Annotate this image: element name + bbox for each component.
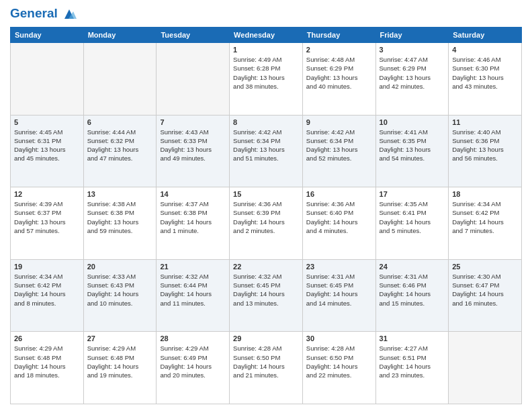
calendar-cell: 17Sunrise: 4:35 AM Sunset: 6:41 PM Dayli… (375, 187, 449, 260)
calendar-cell: 22Sunrise: 4:32 AM Sunset: 6:45 PM Dayli… (230, 259, 303, 332)
calendar-cell: 10Sunrise: 4:41 AM Sunset: 6:35 PM Dayli… (375, 115, 449, 187)
day-number: 9 (306, 118, 372, 126)
day-number: 11 (452, 118, 518, 126)
day-number: 13 (87, 190, 153, 198)
weekday-header-sunday: Sunday (11, 28, 84, 43)
day-info: Sunrise: 4:33 AM Sunset: 6:43 PM Dayligh… (87, 272, 153, 308)
calendar-cell (157, 43, 230, 116)
day-number: 29 (233, 334, 299, 342)
day-number: 30 (306, 334, 372, 342)
calendar-cell: 2Sunrise: 4:48 AM Sunset: 6:29 PM Daylig… (302, 43, 375, 116)
calendar-cell: 9Sunrise: 4:42 AM Sunset: 6:34 PM Daylig… (302, 115, 375, 187)
day-number: 4 (452, 46, 518, 54)
day-number: 20 (87, 263, 153, 271)
day-info: Sunrise: 4:38 AM Sunset: 6:38 PM Dayligh… (87, 199, 153, 235)
logo-text: General (10, 7, 77, 21)
day-number: 7 (160, 118, 226, 126)
day-number: 5 (14, 118, 80, 126)
calendar-cell: 20Sunrise: 4:33 AM Sunset: 6:43 PM Dayli… (83, 259, 157, 332)
weekday-header-friday: Friday (375, 28, 449, 43)
day-number: 31 (380, 334, 445, 342)
day-number: 14 (160, 190, 226, 198)
calendar-cell: 5Sunrise: 4:45 AM Sunset: 6:31 PM Daylig… (11, 115, 84, 187)
calendar-cell: 14Sunrise: 4:37 AM Sunset: 6:38 PM Dayli… (157, 187, 230, 260)
day-number: 2 (306, 46, 372, 54)
day-info: Sunrise: 4:48 AM Sunset: 6:29 PM Dayligh… (306, 55, 372, 91)
day-info: Sunrise: 4:35 AM Sunset: 6:41 PM Dayligh… (380, 199, 445, 235)
weekday-header-wednesday: Wednesday (230, 28, 303, 43)
header: General (10, 7, 522, 21)
week-row-3: 12Sunrise: 4:39 AM Sunset: 6:37 PM Dayli… (11, 187, 522, 260)
day-info: Sunrise: 4:30 AM Sunset: 6:47 PM Dayligh… (452, 272, 518, 308)
calendar-cell: 12Sunrise: 4:39 AM Sunset: 6:37 PM Dayli… (11, 187, 84, 260)
calendar-cell (11, 43, 84, 116)
day-info: Sunrise: 4:29 AM Sunset: 6:49 PM Dayligh… (160, 344, 226, 379)
calendar-cell: 1Sunrise: 4:49 AM Sunset: 6:28 PM Daylig… (230, 43, 303, 116)
day-info: Sunrise: 4:45 AM Sunset: 6:31 PM Dayligh… (14, 128, 80, 163)
calendar-cell: 29Sunrise: 4:28 AM Sunset: 6:50 PM Dayli… (230, 332, 303, 404)
week-row-4: 19Sunrise: 4:34 AM Sunset: 6:42 PM Dayli… (11, 259, 522, 332)
day-info: Sunrise: 4:31 AM Sunset: 6:45 PM Dayligh… (306, 272, 372, 308)
day-number: 17 (380, 190, 445, 198)
day-number: 27 (87, 334, 153, 342)
calendar-cell: 28Sunrise: 4:29 AM Sunset: 6:49 PM Dayli… (157, 332, 230, 404)
weekday-header-monday: Monday (83, 28, 157, 43)
day-info: Sunrise: 4:27 AM Sunset: 6:51 PM Dayligh… (380, 344, 445, 379)
day-number: 25 (452, 263, 518, 271)
day-number: 8 (233, 118, 299, 126)
calendar-cell: 11Sunrise: 4:40 AM Sunset: 6:36 PM Dayli… (449, 115, 522, 187)
logo-icon (62, 7, 77, 21)
day-number: 10 (380, 118, 445, 126)
weekday-header-tuesday: Tuesday (157, 28, 230, 43)
day-number: 3 (380, 46, 445, 54)
calendar-cell (449, 332, 522, 404)
day-number: 15 (233, 190, 299, 198)
day-info: Sunrise: 4:49 AM Sunset: 6:28 PM Dayligh… (233, 55, 299, 91)
weekday-header-thursday: Thursday (302, 28, 375, 43)
calendar-page: General SundayMondayTuesdayWednesdayThur… (0, 0, 532, 411)
day-info: Sunrise: 4:28 AM Sunset: 6:50 PM Dayligh… (233, 344, 299, 379)
calendar-cell: 6Sunrise: 4:44 AM Sunset: 6:32 PM Daylig… (83, 115, 157, 187)
day-info: Sunrise: 4:39 AM Sunset: 6:37 PM Dayligh… (14, 199, 80, 235)
day-info: Sunrise: 4:43 AM Sunset: 6:33 PM Dayligh… (160, 128, 226, 163)
day-info: Sunrise: 4:47 AM Sunset: 6:29 PM Dayligh… (380, 55, 445, 91)
day-number: 28 (160, 334, 226, 342)
day-info: Sunrise: 4:42 AM Sunset: 6:34 PM Dayligh… (233, 128, 299, 163)
day-number: 6 (87, 118, 153, 126)
calendar-cell: 25Sunrise: 4:30 AM Sunset: 6:47 PM Dayli… (449, 259, 522, 332)
calendar-cell: 15Sunrise: 4:36 AM Sunset: 6:39 PM Dayli… (230, 187, 303, 260)
day-number: 24 (380, 263, 445, 271)
day-number: 18 (452, 190, 518, 198)
day-number: 16 (306, 190, 372, 198)
day-info: Sunrise: 4:41 AM Sunset: 6:35 PM Dayligh… (380, 128, 445, 163)
day-info: Sunrise: 4:31 AM Sunset: 6:46 PM Dayligh… (380, 272, 445, 308)
day-info: Sunrise: 4:32 AM Sunset: 6:44 PM Dayligh… (160, 272, 226, 308)
logo: General (10, 7, 77, 21)
day-number: 19 (14, 263, 80, 271)
calendar-cell: 21Sunrise: 4:32 AM Sunset: 6:44 PM Dayli… (157, 259, 230, 332)
calendar-cell: 13Sunrise: 4:38 AM Sunset: 6:38 PM Dayli… (83, 187, 157, 260)
weekday-header-saturday: Saturday (449, 28, 522, 43)
day-info: Sunrise: 4:28 AM Sunset: 6:50 PM Dayligh… (306, 344, 372, 379)
calendar-cell: 23Sunrise: 4:31 AM Sunset: 6:45 PM Dayli… (302, 259, 375, 332)
calendar-cell: 31Sunrise: 4:27 AM Sunset: 6:51 PM Dayli… (375, 332, 449, 404)
calendar-cell: 8Sunrise: 4:42 AM Sunset: 6:34 PM Daylig… (230, 115, 303, 187)
weekday-header-row: SundayMondayTuesdayWednesdayThursdayFrid… (11, 28, 522, 43)
day-info: Sunrise: 4:37 AM Sunset: 6:38 PM Dayligh… (160, 199, 226, 235)
day-info: Sunrise: 4:36 AM Sunset: 6:40 PM Dayligh… (306, 199, 372, 235)
day-number: 22 (233, 263, 299, 271)
day-number: 26 (14, 334, 80, 342)
calendar-cell: 18Sunrise: 4:34 AM Sunset: 6:42 PM Dayli… (449, 187, 522, 260)
calendar-table: SundayMondayTuesdayWednesdayThursdayFrid… (10, 27, 522, 404)
day-info: Sunrise: 4:29 AM Sunset: 6:48 PM Dayligh… (87, 344, 153, 379)
day-number: 12 (14, 190, 80, 198)
day-info: Sunrise: 4:44 AM Sunset: 6:32 PM Dayligh… (87, 128, 153, 163)
day-info: Sunrise: 4:34 AM Sunset: 6:42 PM Dayligh… (452, 199, 518, 235)
calendar-cell: 16Sunrise: 4:36 AM Sunset: 6:40 PM Dayli… (302, 187, 375, 260)
day-info: Sunrise: 4:36 AM Sunset: 6:39 PM Dayligh… (233, 199, 299, 235)
calendar-cell: 26Sunrise: 4:29 AM Sunset: 6:48 PM Dayli… (11, 332, 84, 404)
calendar-cell: 30Sunrise: 4:28 AM Sunset: 6:50 PM Dayli… (302, 332, 375, 404)
calendar-cell: 3Sunrise: 4:47 AM Sunset: 6:29 PM Daylig… (375, 43, 449, 116)
day-number: 1 (233, 46, 299, 54)
day-info: Sunrise: 4:29 AM Sunset: 6:48 PM Dayligh… (14, 344, 80, 379)
